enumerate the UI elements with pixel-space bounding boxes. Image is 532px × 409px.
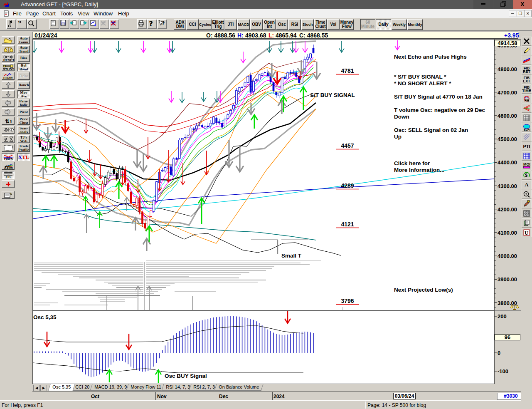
svg-text:Next Echo and Pulse Highs: Next Echo and Pulse Highs [394,54,467,60]
svg-text:RESET: RESET [3,58,14,62]
svg-text:* NO SHORT ALERT *: * NO SHORT ALERT * [394,80,451,87]
svg-text:4000.00: 4000.00 [498,253,517,259]
svg-text:Up: Up [394,134,401,140]
svg-text:3796: 3796 [341,297,354,304]
svg-text:4289: 4289 [341,182,354,189]
svg-text:S/T BUY SIGNAL: S/T BUY SIGNAL [310,92,355,98]
svg-text:Osc: SELL Signal on 02 Jan: Osc: SELL Signal on 02 Jan [394,127,468,133]
svg-text:T volume Osc: negative on 29 D: T volume Osc: negative on 29 Dec [394,107,485,113]
svg-text:U: U [525,230,529,236]
svg-text:FIB: FIB [525,99,529,102]
svg-text:”: ” [18,20,22,27]
svg-text:-100: -100 [498,368,508,374]
svg-text:* S/T BUY SIGNAL *: * S/T BUY SIGNAL * [394,74,446,80]
svg-text:Osc 5,35: Osc 5,35 [33,314,57,320]
svg-text:Small T: Small T [281,253,302,259]
svg-text:0: 0 [498,350,500,356]
svg-text:4300.00: 4300.00 [498,183,517,189]
svg-text:4200.00: 4200.00 [498,206,517,213]
svg-text:FIB: FIB [6,176,10,178]
svg-text:4400.00: 4400.00 [498,159,517,166]
svg-text:4800.00: 4800.00 [498,66,517,72]
svg-text:Down: Down [394,114,409,120]
svg-text:4121: 4121 [341,221,354,228]
svg-text:4781: 4781 [341,67,354,74]
svg-text:More Information...: More Information... [394,167,445,173]
svg-text:200: 200 [498,313,507,320]
svg-text:?: ? [149,20,153,27]
svg-text:S/T BUY Signal at 4770 on 18 J: S/T BUY Signal at 4770 on 18 Jan [394,94,483,100]
svg-text:LINES: LINES [4,158,13,161]
svg-text:Osc BUY Signal: Osc BUY Signal [165,373,207,379]
svg-text:GANN: GANN [4,166,13,169]
svg-text:MOB: MOB [523,162,530,166]
svg-text:ELPS: ELPS [524,128,530,131]
svg-text:4700.00: 4700.00 [498,89,517,96]
svg-text:?: ? [162,20,165,26]
svg-text:Next Projected Low(s): Next Projected Low(s) [394,287,453,293]
svg-text:4600.00: 4600.00 [498,113,517,119]
svg-text:$: $ [525,173,527,178]
svg-text:Click here for: Click here for [394,160,430,166]
svg-text:⇅1: ⇅1 [5,118,12,124]
svg-text:4100.00: 4100.00 [498,230,517,236]
svg-text:4457: 4457 [341,142,354,149]
svg-text:STUDY: STUDY [3,67,14,71]
svg-text:3900.00: 3900.00 [498,276,517,283]
svg-text:4500.00: 4500.00 [498,136,517,142]
svg-text:Elliott: Elliott [3,76,13,79]
